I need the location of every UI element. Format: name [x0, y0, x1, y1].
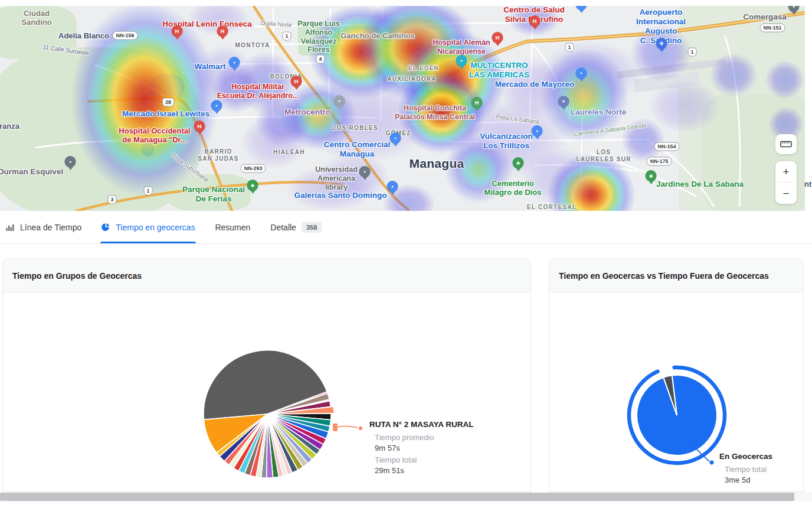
clipped-map-label: nt [804, 180, 811, 188]
tab-bar: Línea de TiempoTiempo en geocercasResume… [0, 211, 812, 244]
zoom-in-button[interactable]: + [775, 161, 797, 183]
map-marker-shopping-cyan[interactable]: ▪ [456, 55, 467, 70]
marker-tip [336, 105, 342, 109]
marker-tip [389, 191, 395, 195]
map-label: Universidad Americana library [315, 165, 358, 191]
map-marker-hospital[interactable]: H [529, 15, 541, 31]
map-label: LOS LAURELES SUR [576, 149, 631, 163]
map-label: Jardines De La Sabana [656, 180, 744, 189]
map-label: EL EDÉN [408, 65, 439, 72]
map-label: Galerías Santo Domingo [294, 191, 387, 200]
map-label: Mercado de Mayoreo [495, 80, 574, 89]
map-label: 1 [282, 32, 291, 41]
map-label: NN-156 [112, 31, 137, 40]
map-label: 4 [316, 55, 325, 64]
map-marker-hospital-green[interactable]: H [472, 97, 483, 112]
map-marker-shopping[interactable]: ▪ [532, 125, 543, 141]
horizontal-scrollbar[interactable] [0, 492, 812, 502]
marker-tip [362, 176, 368, 180]
map-marker-hospital[interactable]: H [172, 25, 183, 41]
map-label: Hospital Occidental de Managua "Dr... [119, 126, 190, 145]
map-marker-generic[interactable]: ● [65, 156, 76, 171]
panel-geocercas-vs-fuera: Tiempo en Geocercas vs Tiempo Fuera de G… [549, 259, 804, 492]
zoom-out-button[interactable]: − [775, 183, 797, 204]
marker-tip [392, 142, 398, 146]
marker-tip [532, 25, 538, 30]
tooltip-rows: Tiempo total 3me 5d [725, 465, 772, 484]
pie-slice-tooltip: RUTA N° 2 MASAYA RURAL Tiempo promedio 9… [369, 420, 473, 475]
map-marker-airport[interactable]: ✈ [656, 38, 667, 53]
map-marker-shopping[interactable]: ▪ [390, 132, 401, 148]
map-marker-shopping-muted[interactable]: ▪ [334, 95, 345, 110]
map-marker-park[interactable]: ♣ [513, 157, 524, 172]
marker-tip [495, 42, 500, 46]
map-marker-hospital[interactable]: H [217, 25, 228, 41]
map-marker-shopping[interactable]: ▪ [229, 57, 240, 72]
map-label: 11 Calle Suroeste [42, 44, 90, 57]
marker-tip [578, 77, 584, 82]
map-label: Gancho de Caminos [340, 31, 415, 40]
marker-tip [197, 131, 202, 135]
map-label: 3 [107, 196, 116, 204]
map-label: AUXILIADORA [387, 76, 437, 83]
map-label: Centro Comercial Managua [324, 140, 391, 159]
map-label: Ciudad Sandino [21, 9, 51, 27]
map-label: Vulcanizacion Los Trillizos [480, 132, 533, 151]
marker-tip [250, 190, 256, 194]
marker-tip [174, 35, 180, 40]
panel-header: Tiempo en Grupos de Geocercas [3, 259, 531, 292]
map-label: 28 [162, 98, 174, 107]
marker-tip [648, 180, 654, 184]
map-label: Hospital Militar Escuela Dr. Alejandro..… [217, 83, 299, 100]
map-marker-school[interactable]: ▪ [359, 166, 371, 181]
tooltip-value: 29m 51s [375, 466, 473, 475]
tab-línea-de-tiempo[interactable]: Línea de Tiempo [5, 211, 83, 243]
tab-label: Detalle [270, 223, 296, 232]
map-label: Metrocentro [284, 108, 330, 117]
pie-chart-grupos-geocercas[interactable] [197, 343, 338, 485]
map-heatmap[interactable]: Ciudad SandinoAdelia BlancoNN-15611 Call… [0, 6, 805, 211]
tooltip-label: Tiempo total [375, 455, 473, 464]
map-marker-hospital[interactable]: H [194, 121, 205, 136]
map-marker-generic[interactable]: ● [788, 6, 800, 16]
marker-tip [214, 110, 220, 114]
map-marker-shopping[interactable]: ▪ [576, 67, 587, 83]
map-label: 1 [565, 43, 574, 52]
map-label: NN-175 [646, 157, 672, 166]
map-labels-layer: Ciudad SandinoAdelia BlancoNN-15611 Call… [0, 6, 805, 211]
map-label: NN-154 [654, 142, 679, 151]
map-label: Walmart [195, 62, 226, 71]
tab-tiempo-en-geocercas[interactable]: Tiempo en geocercas [100, 211, 196, 243]
marker-tip [791, 11, 797, 15]
scrollbar-thumb[interactable] [0, 493, 794, 501]
map-label: BARRIO SAN JUDAS [198, 148, 239, 162]
panel-title: Tiempo en Grupos de Geocercas [12, 271, 142, 281]
map-marker-shopping[interactable]: ▪ [387, 181, 398, 196]
panel-title: Tiempo en Geocercas vs Tiempo Fuera de G… [559, 271, 769, 281]
map-marker-shopping[interactable]: ▪ [211, 100, 222, 115]
page: Ciudad SandinoAdelia BlancoNN-15611 Call… [0, 0, 812, 508]
map-label: LOS ROBLES [332, 125, 378, 132]
map-label: Laureles Norte [571, 108, 627, 117]
bar-chart-icon [6, 223, 15, 232]
map-label: NN-151 [759, 24, 785, 32]
map-marker-hospital[interactable]: H [492, 32, 503, 47]
map-label: Parque Nacional De Ferias [182, 185, 245, 204]
tab-detalle[interactable]: Detalle358 [269, 211, 323, 243]
marker-tip [659, 48, 664, 52]
tab-resumen[interactable]: Resumen [214, 211, 251, 243]
map-label: Mercado Israel Lewites [122, 109, 209, 119]
pie-slice-tooltip: En Geocercas Tiempo total 3me 5d [719, 452, 772, 484]
map-label: Carretera A Sabana Grande [574, 122, 647, 138]
map-label: Dupla Norte [260, 19, 292, 28]
map-marker-park[interactable]: ♣ [646, 170, 657, 185]
map-marker-shopping[interactable]: ▪ [576, 6, 587, 14]
map-marker-church[interactable]: + [558, 96, 569, 111]
map-label: EL CORTESAL [527, 204, 577, 211]
tab-label: Resumen [215, 223, 250, 232]
marker-tip [231, 67, 237, 71]
map-marker-park[interactable]: ♣ [247, 180, 258, 195]
measure-button[interactable] [775, 134, 797, 154]
map-label: Adelia Blanco [58, 31, 109, 40]
map-marker-hospital[interactable]: H [291, 76, 302, 91]
